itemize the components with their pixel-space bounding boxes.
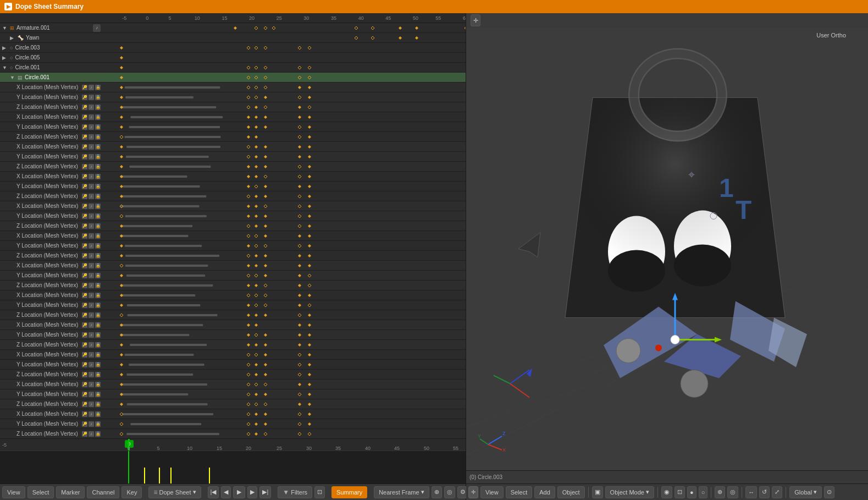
mute-channel-icon[interactable]: ♪ — [89, 283, 94, 288]
channel-row-21[interactable]: X Location (Mesh Vertex) 🔑 ♪ 🔒 — [0, 290, 466, 300]
bone-icon[interactable]: 🔑 — [82, 223, 87, 229]
mute-channel-icon[interactable]: ♪ — [89, 213, 94, 219]
mute-channel-icon[interactable]: ♪ — [89, 332, 94, 338]
tree-row-circle003[interactable]: ▶ ○ Circle.003 — [0, 43, 466, 53]
bone-icon[interactable]: 🔑 — [82, 124, 87, 130]
overlay-btn[interactable]: ◉ — [661, 486, 672, 498]
bone-icon[interactable]: 🔑 — [82, 263, 87, 268]
lock-icon[interactable]: 🔒 — [95, 342, 101, 348]
mute-channel-icon[interactable]: ♪ — [89, 114, 94, 120]
pivot-btn[interactable]: ⊙ — [824, 486, 834, 498]
lock-icon[interactable]: 🔒 — [95, 322, 101, 328]
mute-channel-icon[interactable]: ♪ — [89, 124, 94, 130]
channel-row-5[interactable]: Z Location (Mesh Vertex) 🔑 ♪ 🔒 — [0, 132, 466, 142]
channel-row-10[interactable]: Y Location (Mesh Vertex) 🔑 ♪ 🔒 — [0, 182, 466, 191]
bone-icon[interactable]: 🔑 — [82, 105, 87, 110]
lock-icon[interactable]: 🔒 — [95, 114, 101, 120]
mute-channel-icon[interactable]: ♪ — [89, 273, 94, 278]
lock-icon[interactable]: 🔒 — [95, 303, 101, 308]
mute-channel-icon[interactable]: ♪ — [89, 431, 94, 437]
channel-row-3[interactable]: X Location (Mesh Vertex) 🔑 ♪ 🔒 — [0, 112, 466, 122]
mute-channel-icon[interactable]: ♪ — [89, 392, 94, 397]
viewport-view-btn[interactable]: View — [480, 486, 504, 498]
snap-icon-btn[interactable]: ⊕ — [432, 486, 442, 498]
snap-toggle-btn[interactable]: ⊕ — [715, 486, 725, 498]
bone-icon[interactable]: 🔑 — [82, 382, 87, 387]
lock-icon[interactable]: 🔒 — [95, 233, 101, 239]
channel-row-17[interactable]: Z Location (Mesh Vertex) 🔑 ♪ 🔒 — [0, 251, 466, 261]
key-menu-btn[interactable]: Key — [121, 486, 142, 498]
lock-icon[interactable]: 🔒 — [95, 253, 101, 259]
channel-row-7[interactable]: Y Location (Mesh Vertex) 🔑 ♪ 🔒 — [0, 152, 466, 162]
channel-row-29[interactable]: Z Location (Mesh Vertex) 🔑 ♪ 🔒 — [0, 370, 466, 380]
mute-channel-icon[interactable]: ♪ — [89, 243, 94, 249]
next-frame-btn[interactable]: ▶ — [247, 486, 257, 498]
proportional-edit-btn[interactable]: ◎ — [727, 486, 738, 498]
channel-menu-btn[interactable]: Channel — [87, 486, 119, 498]
viewport-header-icon[interactable]: ✛ — [471, 14, 480, 26]
bone-icon[interactable]: 🔑 — [82, 312, 87, 318]
mute-channel-icon[interactable]: ♪ — [89, 223, 94, 229]
mute-channel-icon[interactable]: ♪ — [89, 411, 94, 417]
lock-icon[interactable]: 🔒 — [95, 144, 101, 150]
bone-icon[interactable]: 🔑 — [82, 372, 87, 377]
view-menu-btn[interactable]: View — [2, 486, 25, 498]
channel-row-14[interactable]: Z Location (Mesh Vertex) 🔑 ♪ 🔒 — [0, 221, 466, 231]
mute-channel-icon[interactable]: ♪ — [89, 204, 94, 209]
xray-btn[interactable]: ⊡ — [675, 486, 685, 498]
mute-channel-icon[interactable]: ♪ — [89, 144, 94, 150]
mute-channel-icon[interactable]: ♪ — [89, 293, 94, 298]
scale-btn[interactable]: ⤢ — [772, 486, 782, 498]
bone-icon[interactable]: 🔑 — [82, 421, 87, 427]
channel-row-16[interactable]: Y Location (Mesh Vertex) 🔑 ♪ 🔒 — [0, 241, 466, 251]
channel-row-24[interactable]: X Location (Mesh Vertex) 🔑 ♪ 🔒 — [0, 320, 466, 330]
lock-icon[interactable]: 🔒 — [95, 154, 101, 160]
mute-channel-icon[interactable]: ♪ — [89, 362, 94, 367]
lock-icon[interactable]: 🔒 — [95, 293, 101, 298]
mute-channel-icon[interactable]: ♪ — [89, 303, 94, 308]
channel-row-12[interactable]: X Location (Mesh Vertex) 🔑 ♪ 🔒 — [0, 201, 466, 211]
mute-channel-icon[interactable]: ♪ — [89, 372, 94, 377]
mute-channel-icon[interactable]: ♪ — [89, 421, 94, 427]
proportional-btn[interactable]: ◎ — [444, 486, 455, 498]
nearest-frame-btn[interactable]: Nearest Frame ▾ — [374, 486, 429, 498]
tree-row-armature[interactable]: ▼ ⊞ Armature.001 ♪ — [0, 23, 466, 33]
bone-icon[interactable]: 🔑 — [82, 303, 87, 308]
lock-icon[interactable]: 🔒 — [95, 382, 101, 387]
channel-row-28[interactable]: Y Location (Mesh Vertex) 🔑 ♪ 🔒 — [0, 360, 466, 370]
bone-icon[interactable]: 🔑 — [82, 174, 87, 179]
tree-row-circle001-parent[interactable]: ▼ ○ Circle.001 — [0, 63, 466, 73]
channel-row-30[interactable]: X Location (Mesh Vertex) 🔑 ♪ 🔒 — [0, 380, 466, 389]
bone-icon[interactable]: 🔑 — [82, 273, 87, 278]
tree-row-yawn[interactable]: ▶ 🦴 Yawn — [0, 33, 466, 43]
bone-icon[interactable]: 🔑 — [82, 332, 87, 338]
mute-channel-icon[interactable]: ♪ — [89, 233, 94, 239]
mute-channel-icon[interactable]: ♪ — [89, 164, 94, 169]
bone-icon[interactable]: 🔑 — [82, 362, 87, 367]
mute-channel-icon[interactable]: ♪ — [89, 105, 94, 110]
viewport-menu-icon[interactable]: ✛ — [468, 486, 478, 498]
playback-icon-btn[interactable]: |◀ — [208, 486, 219, 498]
bone-icon[interactable]: 🔑 — [82, 283, 87, 288]
mute-channel-icon[interactable]: ♪ — [89, 85, 94, 90]
lock-icon[interactable]: 🔒 — [95, 263, 101, 268]
lock-icon[interactable]: 🔒 — [95, 105, 101, 110]
channel-row-31[interactable]: Y Location (Mesh Vertex) 🔑 ♪ 🔒 — [0, 389, 466, 399]
bone-icon[interactable]: 🔑 — [82, 253, 87, 259]
mute-channel-icon[interactable]: ♪ — [89, 184, 94, 189]
channel-row-32[interactable]: Z Location (Mesh Vertex) 🔑 ♪ 🔒 — [0, 399, 466, 409]
mute-channel-icon[interactable]: ♪ — [89, 322, 94, 328]
mute-channel-icon[interactable]: ♪ — [89, 253, 94, 259]
transform-btn[interactable]: ↔ — [745, 486, 757, 498]
lock-icon[interactable]: 🔒 — [95, 431, 101, 437]
channel-row-23[interactable]: Z Location (Mesh Vertex) 🔑 ♪ 🔒 — [0, 310, 466, 320]
channel-row-1[interactable]: Y Location (Mesh Vertex) 🔑 ♪ 🔒 — [0, 92, 466, 102]
lock-icon[interactable]: 🔒 — [95, 421, 101, 427]
bone-icon[interactable]: 🔑 — [82, 411, 87, 417]
lock-icon[interactable]: 🔒 — [95, 194, 101, 199]
bone-icon[interactable]: 🔑 — [82, 95, 87, 100]
channel-row-18[interactable]: X Location (Mesh Vertex) 🔑 ♪ 🔒 — [0, 261, 466, 271]
lock-icon[interactable]: 🔒 — [95, 332, 101, 338]
channel-row-4[interactable]: Y Location (Mesh Vertex) 🔑 ♪ 🔒 — [0, 122, 466, 132]
summary-btn[interactable]: Summary — [331, 486, 367, 498]
